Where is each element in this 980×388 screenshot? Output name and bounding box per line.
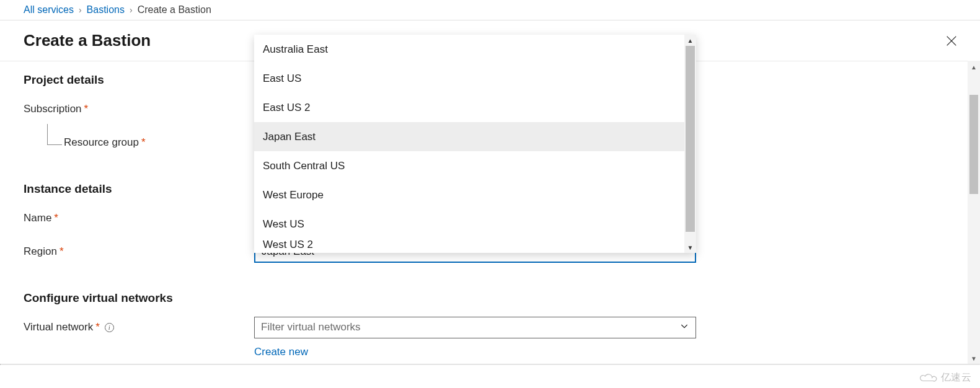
scrollbar-thumb[interactable]: [969, 95, 978, 194]
scroll-up-icon[interactable]: ▲: [968, 61, 980, 73]
subscription-label: Subscription*: [24, 103, 254, 115]
region-option[interactable]: West Europe: [254, 180, 696, 209]
breadcrumb: All services › Bastions › Create a Basti…: [0, 0, 980, 20]
tree-connector-icon: [47, 124, 62, 145]
section-title-vnet: Configure virtual networks: [24, 291, 956, 305]
page-scrollbar[interactable]: ▲ ▼: [968, 61, 980, 364]
scroll-down-icon[interactable]: ▼: [968, 352, 980, 364]
scroll-down-icon[interactable]: ▼: [684, 242, 696, 253]
required-marker: *: [54, 212, 58, 224]
region-label: Region*: [24, 245, 254, 258]
breadcrumb-link-all-services[interactable]: All services: [24, 4, 74, 15]
chevron-down-icon: [679, 321, 689, 333]
scrollbar-thumb[interactable]: [686, 46, 695, 232]
resource-group-label: Resource group*: [24, 136, 254, 149]
page-title: Create a Bastion: [24, 31, 151, 50]
virtual-network-placeholder: Filter virtual networks: [261, 321, 361, 333]
region-option[interactable]: East US: [254, 64, 696, 93]
virtual-network-select[interactable]: Filter virtual networks: [254, 317, 696, 338]
virtual-network-label: Virtual network* i: [24, 321, 254, 333]
scroll-up-icon[interactable]: ▲: [684, 35, 696, 46]
region-option[interactable]: Australia East: [254, 35, 696, 64]
create-new-link[interactable]: Create new: [254, 346, 308, 358]
name-label: Name*: [24, 212, 254, 224]
region-option[interactable]: West US: [254, 209, 696, 239]
region-option[interactable]: Japan East: [254, 122, 696, 151]
footer-divider: [0, 364, 980, 365]
scrollbar-track[interactable]: [968, 73, 980, 352]
chevron-right-icon: ›: [79, 5, 82, 15]
required-marker: *: [95, 321, 100, 333]
region-option[interactable]: South Central US: [254, 151, 696, 180]
info-icon[interactable]: i: [105, 323, 114, 332]
watermark: 亿速云: [919, 371, 972, 384]
region-dropdown-panel: Australia East East US East US 2 Japan E…: [254, 35, 696, 253]
cloud-icon: [919, 373, 937, 384]
field-virtual-network: Virtual network* i Filter virtual networ…: [24, 316, 956, 338]
dropdown-scrollbar[interactable]: ▲ ▼: [684, 35, 696, 253]
region-option[interactable]: East US 2: [254, 93, 696, 122]
chevron-right-icon: ›: [130, 5, 133, 15]
close-button[interactable]: [945, 34, 958, 48]
required-marker: *: [141, 136, 146, 149]
region-option[interactable]: West US 2: [254, 239, 696, 253]
breadcrumb-current: Create a Bastion: [138, 4, 211, 15]
required-marker: *: [84, 103, 89, 115]
required-marker: *: [60, 245, 64, 258]
close-icon: [945, 34, 958, 48]
region-dropdown-list[interactable]: Australia East East US East US 2 Japan E…: [254, 35, 696, 253]
breadcrumb-link-bastions[interactable]: Bastions: [87, 4, 125, 15]
